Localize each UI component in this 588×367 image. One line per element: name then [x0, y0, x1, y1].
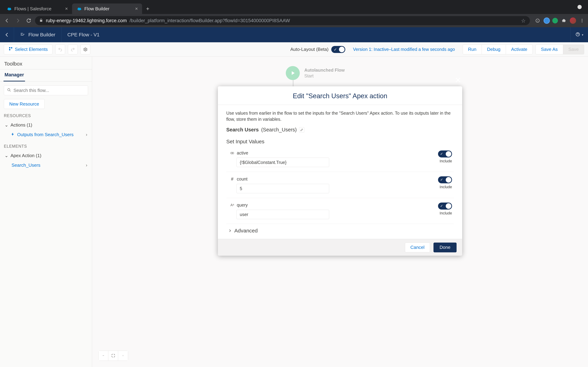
svg-rect-7 [9, 49, 10, 50]
param-input-active[interactable]: {!$GlobalConstant.True} [236, 158, 329, 167]
param-label-active: active [237, 150, 248, 156]
text-type-icon: Aa [230, 203, 235, 207]
new-resource-button[interactable]: New Resource [4, 99, 45, 109]
action-name-row: Search Users (Search_Users) [226, 127, 454, 133]
chevron-down-icon: ⌄ [5, 122, 8, 128]
save-button[interactable]: Save [563, 45, 584, 54]
undo-button[interactable] [55, 45, 65, 54]
url-input[interactable]: ruby-energy-19462.lightning.force.com/bu… [35, 16, 530, 25]
include-toggle-active[interactable]: ✓ [438, 150, 452, 158]
resources-section-label: RESOURCES [4, 113, 88, 118]
settings-gear-button[interactable] [80, 45, 90, 54]
modal-close-button[interactable] [453, 75, 463, 85]
help-menu[interactable]: ▾ [571, 27, 588, 42]
info-icon[interactable] [534, 17, 541, 24]
chevron-right-icon: › [86, 163, 87, 168]
action-outputs-label: Outputs from Search_Users [17, 132, 73, 137]
done-button[interactable]: Done [433, 242, 457, 252]
chevron-right-icon: › [86, 132, 87, 137]
svg-point-1 [582, 19, 582, 20]
kebab-menu-icon[interactable] [579, 17, 586, 24]
browser-tab-title: Flows | Salesforce [14, 6, 52, 12]
close-icon[interactable]: × [65, 6, 68, 12]
browser-tab-title: Flow Builder [84, 6, 109, 12]
builder-app-crumb[interactable]: Flow Builder [14, 27, 61, 42]
close-icon[interactable]: × [135, 6, 138, 12]
edit-pencil-button[interactable] [299, 127, 304, 133]
builder-body: Toolbox Manager New Resource RESOURCES ⌄… [0, 57, 588, 367]
param-row-active: active {!$GlobalConstant.True} ✓ Include [226, 146, 454, 172]
builder-back-button[interactable] [0, 27, 14, 42]
extensions-puzzle-icon[interactable] [560, 17, 567, 24]
flow-icon [20, 32, 25, 38]
lock-icon [39, 18, 43, 23]
url-host: ruby-energy-19462.lightning.force.com [46, 18, 127, 23]
param-row-query: Aa query user ✓ Include [226, 198, 454, 224]
tree-apex-action[interactable]: ⌄ Apex Action (1) [4, 151, 88, 160]
debug-button[interactable]: Debug [482, 45, 506, 54]
advanced-label: Advanced [234, 228, 258, 234]
browser-tab-0[interactable]: Flows | Salesforce × [2, 3, 72, 14]
chevron-down-icon: ⌄ [5, 153, 8, 158]
window-control-icon[interactable] [578, 5, 582, 9]
star-icon[interactable]: ☆ [521, 18, 526, 24]
include-toggle-query[interactable]: ✓ [438, 202, 452, 209]
action-api-name: (Search_Users) [261, 127, 297, 133]
select-elements-label: Select Elements [15, 47, 48, 52]
cancel-button[interactable]: Cancel [405, 242, 430, 252]
param-input-query[interactable]: user [236, 210, 329, 219]
profile-avatar[interactable] [570, 17, 576, 24]
boolean-type-icon [230, 151, 235, 155]
param-row-count: # count 5 ✓ Include [226, 172, 454, 198]
action-name: Search Users [226, 127, 259, 133]
tab-manager[interactable]: Manager [3, 72, 25, 82]
builder-header: Flow Builder CPE Flow - V1 ▾ [0, 27, 588, 42]
modal-footer: Cancel Done [218, 239, 462, 256]
browser-extension-area [534, 17, 586, 24]
auto-layout-switch[interactable]: ✓ [331, 46, 345, 53]
back-button[interactable] [2, 16, 12, 25]
number-type-icon: # [230, 176, 235, 182]
toolbox-title: Toolbox [0, 57, 92, 69]
browser-tab-1[interactable]: Flow Builder × [72, 3, 142, 14]
include-label: Include [440, 185, 452, 189]
builder-toolbar: Select Elements Auto-Layout (Beta) ✓ Ver… [0, 42, 588, 57]
extension-icon-2[interactable] [552, 18, 558, 23]
tree-apex-item[interactable]: Search_Users › [4, 160, 88, 170]
flow-canvas[interactable]: Autolaunched Flow Start − + Edit "Search… [92, 57, 588, 367]
run-button-group: Run Debug Activate [463, 45, 533, 54]
builder-record-crumb[interactable]: CPE Flow - V1 [61, 27, 105, 42]
search-icon [7, 88, 11, 93]
svg-rect-5 [9, 47, 10, 48]
select-elements-button[interactable]: Select Elements [4, 45, 52, 54]
param-label-query: query [237, 202, 248, 208]
tree-action-outputs[interactable]: Outputs from Search_Users › [4, 130, 88, 140]
reload-button[interactable] [24, 16, 33, 25]
browser-address-bar: ruby-energy-19462.lightning.force.com/bu… [0, 14, 588, 27]
param-label-count: count [237, 176, 247, 182]
modal-description: Use values from earlier in the flow to s… [226, 110, 454, 122]
activate-button[interactable]: Activate [506, 45, 533, 54]
url-path: /builder_platform_interaction/flowBuilde… [130, 18, 290, 23]
auto-layout-label: Auto-Layout (Beta) [290, 47, 329, 52]
svg-point-9 [8, 89, 10, 91]
tree-actions[interactable]: ⌄ Actions (1) [4, 120, 88, 130]
apex-action-label: Apex Action (1) [10, 153, 41, 158]
advanced-section-toggle[interactable]: Advanced [226, 224, 454, 235]
svg-rect-6 [11, 47, 12, 48]
include-label: Include [440, 211, 452, 216]
forward-button[interactable] [13, 16, 22, 25]
toolbox-search[interactable] [4, 85, 88, 95]
include-toggle-count[interactable]: ✓ [438, 176, 452, 183]
param-input-count[interactable]: 5 [236, 184, 329, 193]
browser-window: Flows | Salesforce × Flow Builder × + ru… [0, 0, 588, 367]
redo-button[interactable] [68, 45, 78, 54]
search-input[interactable] [13, 88, 85, 93]
salesforce-cloud-icon [7, 6, 12, 11]
run-button[interactable]: Run [463, 45, 482, 54]
save-as-button[interactable]: Save As [536, 45, 563, 54]
bolt-icon [11, 132, 15, 137]
extension-icon-1[interactable] [544, 17, 550, 24]
new-tab-button[interactable]: + [144, 5, 152, 13]
auto-layout-toggle: Auto-Layout (Beta) ✓ [290, 46, 345, 53]
